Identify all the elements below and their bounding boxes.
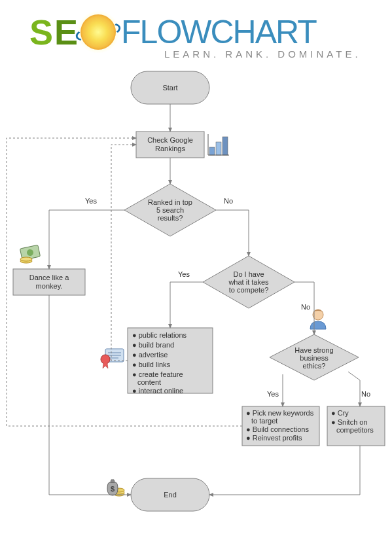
logo-header: S E FLOWCHART LEARN. RANK. DOMINATE. <box>0 0 392 60</box>
svg-text:● public relations: ● public relations <box>132 331 187 339</box>
svg-rect-1 <box>216 142 221 155</box>
logo-row: S E FLOWCHART <box>29 12 392 52</box>
check-line1: Check Google <box>147 136 193 144</box>
svg-text:monkey.: monkey. <box>36 282 63 290</box>
certificate-icon <box>101 349 124 368</box>
svg-text:to target: to target <box>251 417 277 425</box>
svg-rect-2 <box>223 137 228 155</box>
svg-text:competitors: competitors <box>336 426 374 434</box>
flowchart: Start Check Google Rankings Ranked in to… <box>0 66 392 524</box>
logo-s: S <box>29 12 53 52</box>
svg-text:business: business <box>300 354 329 362</box>
start-label: Start <box>162 84 177 92</box>
svg-text:Yes: Yes <box>85 197 97 205</box>
svg-text:● Cry: ● Cry <box>331 409 349 417</box>
svg-text:● Snitch on: ● Snitch on <box>331 418 368 426</box>
money-icon <box>20 245 40 263</box>
sun-icon <box>80 14 116 50</box>
end-label: End <box>164 491 177 499</box>
logo-flowchart: FLOWCHART <box>121 13 316 51</box>
svg-text:● advertise: ● advertise <box>132 351 168 359</box>
moneybag-icon: $ <box>107 480 124 496</box>
person-icon <box>310 310 326 329</box>
svg-text:content: content <box>137 378 161 386</box>
svg-text:No: No <box>301 303 310 311</box>
svg-text:● Pick new keywords: ● Pick new keywords <box>246 409 314 417</box>
svg-text:No: No <box>361 390 370 398</box>
svg-rect-0 <box>209 147 215 155</box>
svg-text:results?: results? <box>158 214 183 222</box>
check-line2: Rankings <box>155 145 185 152</box>
svg-text:No: No <box>224 197 233 205</box>
logo-e: E <box>54 12 78 52</box>
svg-text:Ranked in top: Ranked in top <box>148 198 192 206</box>
svg-text:● build links: ● build links <box>132 361 171 368</box>
svg-text:Yes: Yes <box>267 390 279 398</box>
svg-text:● create feature: ● create feature <box>132 370 183 378</box>
svg-text:$: $ <box>111 485 115 493</box>
svg-text:Do I have: Do I have <box>233 270 264 278</box>
bar-chart-icon <box>208 134 229 155</box>
svg-text:ethics?: ethics? <box>303 362 326 370</box>
svg-point-13 <box>20 257 32 261</box>
svg-text:Yes: Yes <box>178 270 190 278</box>
svg-text:to compete?: to compete? <box>229 286 269 294</box>
logo-tagline: LEARN. RANK. DOMINATE. <box>164 48 392 60</box>
svg-point-28 <box>101 355 110 364</box>
svg-text:● Build connections: ● Build connections <box>246 425 309 433</box>
svg-text:● interact online: ● interact online <box>132 387 183 395</box>
svg-text:● build brand: ● build brand <box>132 341 174 349</box>
svg-text:what it takes: what it takes <box>228 278 269 286</box>
svg-text:5 search: 5 search <box>156 206 184 214</box>
svg-text:Dance like a: Dance like a <box>29 274 69 281</box>
svg-text:● Reinvest profits: ● Reinvest profits <box>246 434 302 442</box>
svg-text:Have strong: Have strong <box>294 346 333 354</box>
